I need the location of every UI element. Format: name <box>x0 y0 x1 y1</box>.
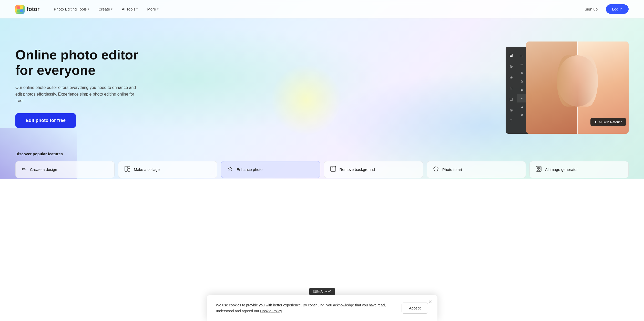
svg-rect-1 <box>20 6 23 9</box>
chevron-down-icon: ▾ <box>111 7 113 11</box>
ai-badge-icon: ✦ <box>594 120 597 124</box>
nav-ai-tools[interactable]: AI Tools ▾ <box>118 5 142 13</box>
sidebar-icon-filter[interactable]: ◈ <box>506 72 517 83</box>
remove-background-icon <box>330 166 336 173</box>
make-collage-icon <box>125 166 130 173</box>
effects-icon: ▲ <box>520 105 524 109</box>
nav-more[interactable]: More ▾ <box>143 5 162 13</box>
face-representation <box>557 55 598 107</box>
sidebar-icon-group[interactable]: ⊗ <box>506 105 517 116</box>
logo-icon <box>15 5 25 14</box>
sidebar-icon-shape[interactable]: ◻ <box>506 94 517 105</box>
svg-rect-0 <box>17 6 20 9</box>
face-left <box>557 55 577 107</box>
sidebar-icon-grid[interactable]: ⊞ <box>506 50 517 61</box>
feature-photo-to-art-label: Photo to art <box>442 167 462 172</box>
signup-button[interactable]: Sign up <box>579 5 603 13</box>
features-section: Discover popular features ✏ Create a des… <box>0 152 644 188</box>
teeth-icon: ✦ <box>520 96 523 100</box>
feature-ai-image-generator[interactable]: AI image generator <box>529 161 629 178</box>
chevron-down-icon: ▾ <box>88 7 89 11</box>
nav-photo-editing-tools[interactable]: Photo Editing Tools ▾ <box>50 5 93 13</box>
resize-icon: ⇔ <box>520 63 523 66</box>
create-design-icon: ✏ <box>22 166 26 173</box>
svg-rect-10 <box>537 167 538 169</box>
svg-rect-13 <box>539 169 540 170</box>
features-label: Discover popular features <box>15 152 629 156</box>
photo-to-art-icon <box>433 166 439 173</box>
nav-create[interactable]: Create ▾ <box>94 5 117 13</box>
feature-ai-image-generator-label: AI image generator <box>545 167 578 172</box>
editor-mockup: ⊞ ⊕ ◈ ☺ ◻ ⊗ T ⊞ Crop <box>506 42 629 139</box>
sidebar-icons: ⊞ ⊕ ◈ ☺ ◻ ⊗ T <box>506 50 517 131</box>
crop-icon: ⊞ <box>520 54 523 58</box>
face-right <box>577 55 598 107</box>
sidebar-icon-adjust[interactable]: ⊕ <box>506 61 517 72</box>
features-grid: ✏ Create a design Make a collage <box>15 161 629 178</box>
svg-rect-4 <box>125 166 127 171</box>
hero-right: ⊞ ⊕ ◈ ☺ ◻ ⊗ T ⊞ Crop <box>159 36 629 139</box>
sidebar-icon-text[interactable]: T <box>506 116 517 126</box>
chevron-down-icon: ▾ <box>157 7 159 11</box>
feature-photo-to-art[interactable]: Photo to art <box>427 161 526 178</box>
svg-rect-3 <box>20 9 23 12</box>
nav-links: Photo Editing Tools ▾ Create ▾ AI Tools … <box>50 5 579 13</box>
login-button[interactable]: Log in <box>606 4 629 14</box>
hero-subtitle: Our online photo editor offers everythin… <box>15 84 138 104</box>
editor-photo: ✦ AI Skin Retouch <box>526 42 629 134</box>
svg-rect-12 <box>537 169 538 170</box>
hero-title: Online photo editor for everyone <box>15 47 159 78</box>
enhance-photo-icon <box>227 166 233 173</box>
feature-make-collage-label: Make a collage <box>134 167 160 172</box>
main-content: Online photo editor for everyone Our onl… <box>0 18 644 188</box>
svg-marker-8 <box>434 167 438 171</box>
logo-text: fotor <box>27 6 39 13</box>
svg-rect-6 <box>128 169 130 171</box>
feature-enhance-photo[interactable]: Enhance photo <box>221 161 320 178</box>
hero-left: Online photo editor for everyone Our onl… <box>15 47 159 128</box>
feature-remove-background[interactable]: Remove background <box>324 161 423 178</box>
feature-make-collage[interactable]: Make a collage <box>118 161 217 178</box>
feature-remove-background-label: Remove background <box>340 167 375 172</box>
navbar: fotor Photo Editing Tools ▾ Create ▾ AI … <box>0 0 644 18</box>
ai-skin-retouch-badge: ✦ AI Skin Retouch <box>590 118 626 126</box>
svg-rect-5 <box>128 166 130 169</box>
rotate-icon: ↻ <box>520 71 523 75</box>
svg-rect-9 <box>536 166 541 171</box>
hero-section: Online photo editor for everyone Our onl… <box>0 18 644 152</box>
sidebar-icon-face[interactable]: ☺ <box>506 83 517 94</box>
ai-image-generator-icon <box>536 166 541 173</box>
nav-actions: Sign up Log in <box>579 4 629 14</box>
svg-rect-11 <box>539 167 540 169</box>
chevron-down-icon: ▾ <box>136 7 138 11</box>
feature-enhance-photo-label: Enhance photo <box>237 167 262 172</box>
blush-icon: ✿ <box>520 79 523 83</box>
svg-rect-7 <box>331 166 336 171</box>
feature-create-design-label: Create a design <box>30 167 57 172</box>
reshape-icon: ◉ <box>520 88 523 92</box>
magic-remove-icon: ✕ <box>520 113 523 117</box>
edit-photo-button[interactable]: Edit photo for free <box>15 113 76 128</box>
svg-rect-2 <box>17 9 20 12</box>
logo-link[interactable]: fotor <box>15 5 39 14</box>
feature-create-design[interactable]: ✏ Create a design <box>15 161 115 178</box>
